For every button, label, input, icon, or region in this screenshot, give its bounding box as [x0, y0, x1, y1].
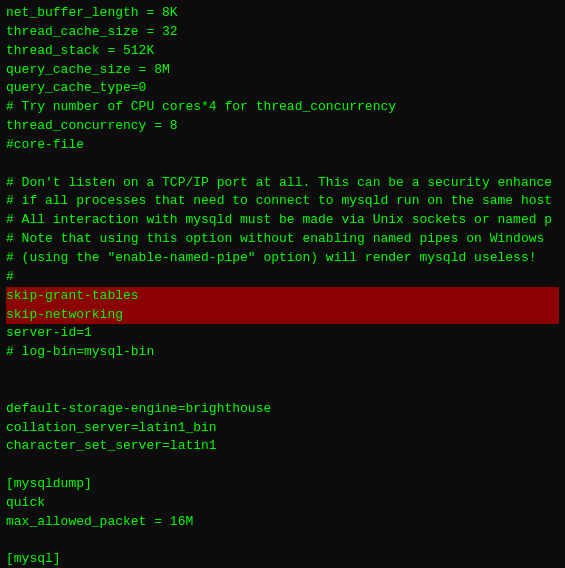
line-wrapper: # Note that using this option without en…	[6, 230, 559, 249]
line-wrapper: # Try number of CPU cores*4 for thread_c…	[6, 98, 559, 117]
line-wrapper: # All interaction with mysqld must be ma…	[6, 211, 559, 230]
line-wrapper: thread_concurrency = 8	[6, 117, 559, 136]
line-wrapper	[6, 362, 559, 381]
line-wrapper: default-storage-engine=brighthouse	[6, 400, 559, 419]
line-wrapper	[6, 532, 559, 551]
line-wrapper: [mysqldump]	[6, 475, 559, 494]
code-editor: net_buffer_length = 8Kthread_cache_size …	[0, 0, 565, 568]
line-wrapper	[6, 155, 559, 174]
line-wrapper: max_allowed_packet = 16M	[6, 513, 559, 532]
line-wrapper: collation_server=latin1_bin	[6, 419, 559, 438]
line-wrapper	[6, 456, 559, 475]
line-wrapper: quick	[6, 494, 559, 513]
line-wrapper: # log-bin=mysql-bin	[6, 343, 559, 362]
line-wrapper: #	[6, 268, 559, 287]
line-wrapper: [mysql]	[6, 550, 559, 568]
line-wrapper: # Don't listen on a TCP/IP port at all. …	[6, 174, 559, 193]
line-wrapper: # if all processes that need to connect …	[6, 192, 559, 211]
line-wrapper: thread_stack = 512K	[6, 42, 559, 61]
line-wrapper: thread_cache_size = 32	[6, 23, 559, 42]
line-wrapper: skip-networking	[6, 306, 559, 325]
line-wrapper	[6, 381, 559, 400]
line-wrapper: query_cache_type=0	[6, 79, 559, 98]
line-wrapper: net_buffer_length = 8K	[6, 4, 559, 23]
line-wrapper: skip-grant-tables	[6, 287, 559, 306]
line-wrapper: #core-file	[6, 136, 559, 155]
line-wrapper: query_cache_size = 8M	[6, 61, 559, 80]
line-wrapper: character_set_server=latin1	[6, 437, 559, 456]
line-wrapper: server-id=1	[6, 324, 559, 343]
line-wrapper: # (using the "enable-named-pipe" option)…	[6, 249, 559, 268]
